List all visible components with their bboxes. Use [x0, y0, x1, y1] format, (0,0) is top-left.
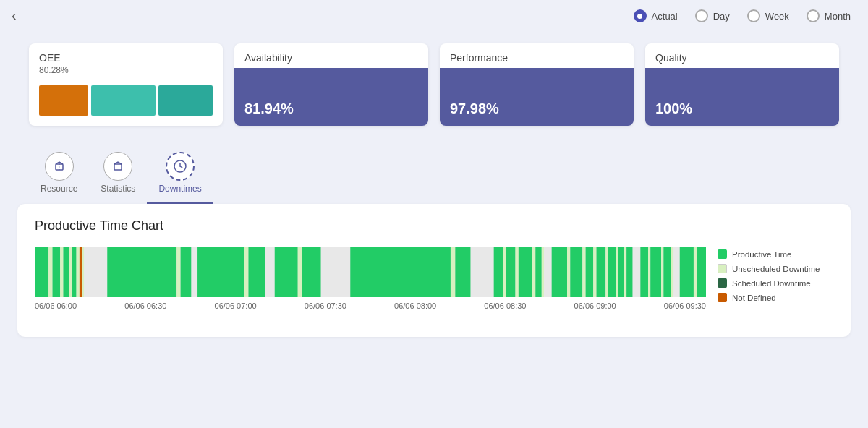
availability-title: Availability — [244, 52, 418, 64]
bar-teal2 — [158, 85, 213, 116]
svg-rect-17 — [84, 247, 107, 297]
svg-rect-67 — [697, 247, 706, 297]
nav-option-day[interactable]: Day — [695, 9, 730, 22]
svg-rect-11 — [63, 247, 69, 297]
svg-rect-65 — [680, 247, 694, 297]
chart-main: 06/06 06:00 06/06 06:30 06/06 07:00 06/0… — [35, 247, 706, 310]
tab-resource-icon-circle — [45, 152, 74, 181]
back-button[interactable]: ‹ — [12, 7, 17, 24]
svg-rect-55 — [624, 247, 626, 297]
availability-header: Availability — [234, 43, 428, 68]
svg-rect-19 — [176, 247, 180, 297]
quality-value: 100% — [655, 100, 692, 117]
chart-x-labels: 06/06 06:00 06/06 06:30 06/06 07:00 06/0… — [35, 301, 706, 310]
svg-rect-48 — [586, 247, 594, 297]
tab-downtimes-label: Downtimes — [158, 184, 201, 194]
svg-rect-20 — [181, 247, 192, 297]
nav-day-label: Day — [713, 11, 730, 22]
svg-rect-59 — [648, 247, 650, 297]
svg-rect-52 — [608, 247, 616, 297]
svg-rect-49 — [593, 247, 596, 297]
legend-not-defined: Not Defined — [718, 293, 833, 302]
legend-swatch-scheduled — [718, 278, 727, 288]
svg-rect-47 — [582, 247, 585, 297]
x-label-3: 06/06 07:30 — [305, 301, 346, 310]
x-label-1: 06/06 06:30 — [124, 301, 166, 310]
svg-rect-58 — [640, 247, 648, 297]
svg-rect-26 — [275, 247, 298, 297]
svg-rect-37 — [506, 247, 516, 297]
svg-rect-50 — [597, 247, 606, 297]
svg-rect-35 — [494, 247, 503, 297]
svg-rect-8 — [48, 247, 52, 297]
svg-rect-38 — [516, 247, 519, 297]
chart-svg-wrapper — [35, 247, 706, 297]
svg-rect-13 — [72, 247, 76, 297]
tab-statistics-label: Statistics — [101, 184, 135, 194]
svg-rect-10 — [60, 247, 63, 297]
svg-rect-32 — [451, 247, 455, 297]
nav-option-actual[interactable]: Actual — [634, 9, 678, 22]
x-label-7: 06/06 09:30 — [664, 301, 706, 310]
svg-rect-25 — [265, 247, 275, 297]
quality-card: Quality 100% — [645, 43, 839, 126]
svg-rect-64 — [673, 247, 680, 297]
tabs-row: Resource Statistics Downtimes — [0, 137, 868, 204]
svg-rect-2 — [114, 164, 122, 170]
svg-rect-60 — [650, 247, 661, 297]
nav-option-month[interactable]: Month — [807, 9, 851, 22]
chart-divider — [35, 322, 833, 322]
legend-label-unscheduled: Unscheduled Downtime — [732, 265, 820, 273]
chart-title: Productive Time Chart — [35, 218, 833, 234]
radio-actual — [634, 9, 647, 22]
svg-rect-62 — [663, 247, 671, 297]
svg-rect-53 — [616, 247, 618, 297]
radio-week — [747, 9, 760, 22]
legend-productive: Productive Time — [718, 249, 833, 259]
nav-week-label: Week — [765, 11, 789, 22]
svg-rect-22 — [197, 247, 244, 297]
tab-statistics-icon-circle — [103, 152, 132, 181]
oee-card: OEE 80.28% — [29, 43, 223, 126]
legend-label-scheduled: Scheduled Downtime — [732, 279, 811, 288]
performance-card: Performance 97.98% — [440, 43, 634, 126]
svg-rect-40 — [532, 247, 535, 297]
x-label-4: 06/06 08:00 — [394, 301, 436, 310]
x-label-6: 06/06 09:00 — [574, 301, 616, 310]
tab-downtimes[interactable]: Downtimes — [147, 146, 213, 204]
top-navigation: Actual Day Week Month — [0, 0, 868, 32]
tab-statistics[interactable]: Statistics — [89, 146, 147, 204]
performance-filled: 97.98% — [440, 68, 634, 126]
oee-value: 80.28% — [39, 65, 213, 75]
svg-rect-18 — [107, 247, 176, 297]
svg-rect-41 — [535, 247, 542, 297]
svg-rect-24 — [248, 247, 265, 297]
performance-title: Performance — [450, 52, 624, 64]
svg-rect-0 — [56, 164, 63, 170]
nav-option-week[interactable]: Week — [747, 9, 789, 22]
svg-rect-12 — [69, 247, 72, 297]
resource-icon — [52, 159, 67, 174]
legend-scheduled: Scheduled Downtime — [718, 278, 833, 288]
legend-label-productive: Productive Time — [732, 250, 791, 259]
performance-value: 97.98% — [450, 100, 499, 117]
x-label-5: 06/06 08:30 — [484, 301, 526, 310]
svg-rect-43 — [544, 247, 552, 297]
svg-rect-46 — [570, 247, 582, 297]
radio-day — [695, 9, 708, 22]
svg-rect-21 — [192, 247, 198, 297]
oee-header: OEE 80.28% — [29, 43, 223, 80]
statistics-icon — [111, 159, 125, 174]
tab-resource[interactable]: Resource — [29, 146, 89, 204]
x-label-2: 06/06 07:00 — [215, 301, 257, 310]
nav-actual-label: Actual — [652, 11, 678, 22]
legend-swatch-productive — [718, 249, 727, 259]
svg-rect-23 — [244, 247, 248, 297]
availability-card: Availability 81.94% — [234, 43, 428, 126]
bar-teal — [91, 85, 156, 116]
oee-bars — [29, 80, 223, 123]
tab-downtimes-icon-circle — [166, 152, 195, 181]
svg-rect-39 — [519, 247, 532, 297]
svg-rect-61 — [661, 247, 663, 297]
svg-rect-31 — [350, 247, 451, 297]
